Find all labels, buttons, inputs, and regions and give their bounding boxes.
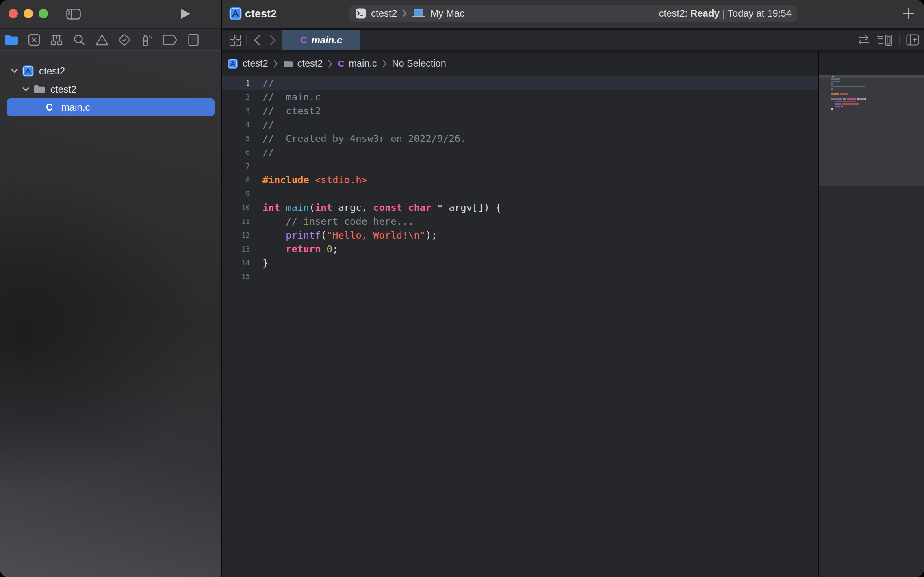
minimap-mark bbox=[831, 83, 833, 85]
code-line-3: 3// ctest2 bbox=[222, 104, 819, 118]
editor-options-icon[interactable] bbox=[876, 34, 893, 46]
jumpbar-chevron-icon bbox=[328, 60, 332, 68]
scheme-terminal-icon bbox=[356, 8, 366, 19]
minimap-mark bbox=[841, 106, 843, 107]
code-line-10: 10int main(int argc, const char * argv[]… bbox=[222, 201, 819, 215]
xcode-project-icon bbox=[22, 65, 34, 77]
jumpbar-crumb-group[interactable]: ctest2 bbox=[297, 58, 323, 69]
destination-name[interactable]: My Mac bbox=[430, 8, 464, 19]
minimap[interactable] bbox=[819, 75, 924, 577]
source-control-icon[interactable] bbox=[28, 34, 40, 46]
find-navigator-icon[interactable] bbox=[73, 34, 85, 46]
tabbar-separator-left bbox=[246, 35, 247, 45]
minimap-mark bbox=[842, 103, 859, 105]
scheme-name[interactable]: ctest2 bbox=[371, 8, 397, 19]
related-items-icon[interactable] bbox=[229, 34, 241, 46]
activity-view[interactable]: ctest2 My Mac ctest2: Ready | Today at 1… bbox=[349, 5, 797, 22]
code-line-4: 4// bbox=[222, 118, 819, 132]
minimap-mark bbox=[840, 93, 848, 95]
project-app-icon bbox=[229, 7, 242, 20]
tree-item-label: main.c bbox=[61, 102, 90, 113]
jumpbar-chevron-icon bbox=[382, 60, 387, 68]
jumpbar-app-icon bbox=[228, 59, 238, 69]
symbol-hierarchy-icon[interactable] bbox=[50, 34, 63, 46]
forward-chevron-icon[interactable] bbox=[269, 35, 277, 46]
jumpbar-c-file-icon: C bbox=[338, 59, 344, 69]
library-plus-button[interactable] bbox=[902, 7, 915, 20]
line-number: 7 bbox=[222, 162, 250, 170]
code-line-7: 7 bbox=[222, 159, 819, 173]
minimap-visible-region bbox=[819, 75, 924, 186]
sidebar-header bbox=[0, 0, 221, 28]
minimap-mark bbox=[835, 103, 841, 105]
minimap-mark bbox=[843, 98, 846, 100]
line-number: 11 bbox=[222, 217, 250, 226]
test-navigator-icon[interactable] bbox=[118, 33, 131, 46]
close-window-button[interactable] bbox=[9, 9, 18, 18]
line-number: 4 bbox=[222, 121, 250, 129]
minimize-window-button[interactable] bbox=[24, 9, 33, 18]
jumpbar-folder-icon bbox=[283, 60, 293, 67]
tree-item-ctest2[interactable]: ctest2 bbox=[11, 62, 65, 80]
code-line-1: 1// bbox=[222, 76, 819, 90]
editor-pane: ctest2 ctest2 My Mac ctest2: R bbox=[222, 0, 924, 577]
issue-navigator-icon[interactable] bbox=[95, 34, 109, 46]
c-file-icon: C bbox=[46, 102, 53, 113]
code-text: return 0; bbox=[262, 243, 338, 255]
code-editor[interactable]: 1//2// main.c3// ctest24//5// Created by… bbox=[222, 75, 819, 577]
code-text: // bbox=[262, 119, 274, 130]
line-number: 1 bbox=[222, 79, 250, 87]
code-line-14: 14} bbox=[222, 256, 819, 270]
tab-main-c[interactable]: C main.c bbox=[282, 30, 360, 50]
disclosure-chevron-icon[interactable] bbox=[11, 69, 18, 73]
jumpbar-chevron-icon bbox=[273, 60, 278, 68]
jumpbar-crumb-selection[interactable]: No Selection bbox=[392, 58, 446, 69]
code-text: // ctest2 bbox=[262, 105, 321, 117]
scheme-chevron-icon bbox=[402, 9, 407, 18]
zoom-window-button[interactable] bbox=[39, 9, 48, 18]
status-separator: | bbox=[722, 8, 725, 19]
navigator-sidebar: ctest2ctest2Cmain.c bbox=[0, 0, 221, 577]
line-number: 9 bbox=[222, 190, 250, 198]
toggle-sidebar-icon[interactable] bbox=[66, 9, 81, 20]
back-chevron-icon[interactable] bbox=[253, 35, 261, 46]
disclosure-chevron-icon[interactable] bbox=[22, 87, 29, 91]
line-number: 6 bbox=[222, 148, 250, 156]
minimap-mark bbox=[831, 98, 834, 100]
minimap-current-line-band bbox=[819, 75, 924, 78]
tree-item-ctest2[interactable]: ctest2 bbox=[22, 80, 76, 98]
code-text: int main(int argc, const char * argv[]) … bbox=[262, 202, 501, 213]
minimap-mark bbox=[847, 98, 856, 100]
jumpbar-crumb-file[interactable]: main.c bbox=[349, 58, 377, 69]
tree-item-main.c[interactable]: Cmain.c bbox=[7, 98, 215, 116]
minimap-mark bbox=[832, 76, 834, 77]
code-text: // bbox=[262, 78, 274, 89]
minimap-mark bbox=[831, 93, 839, 95]
line-number: 8 bbox=[222, 176, 250, 184]
line-number: 2 bbox=[222, 93, 250, 101]
status-state: Ready bbox=[690, 8, 720, 19]
tab-bar: C main.c bbox=[222, 30, 924, 50]
tree-item-label: ctest2 bbox=[39, 65, 65, 77]
code-line-15: 15 bbox=[222, 270, 819, 284]
minimap-mark bbox=[834, 98, 839, 100]
code-text: } bbox=[262, 257, 268, 269]
line-number: 13 bbox=[222, 245, 250, 253]
run-button[interactable] bbox=[180, 8, 191, 20]
line-number: 5 bbox=[222, 134, 250, 143]
minimap-mark bbox=[831, 108, 833, 110]
jumpbar-crumb-project[interactable]: ctest2 bbox=[243, 58, 268, 69]
activity-status: ctest2: Ready | Today at 19:54 bbox=[659, 5, 792, 22]
add-editor-icon[interactable] bbox=[906, 34, 919, 46]
debug-navigator-icon[interactable] bbox=[140, 33, 154, 46]
project-navigator-folder-icon[interactable] bbox=[4, 35, 18, 45]
status-project: ctest2: bbox=[659, 8, 688, 19]
minimap-mark bbox=[839, 98, 842, 100]
code-line-5: 5// Created by 4nsw3r on 2022/9/26. bbox=[222, 132, 819, 145]
report-navigator-icon[interactable] bbox=[188, 34, 199, 46]
breakpoint-navigator-icon[interactable] bbox=[163, 35, 177, 45]
line-number: 3 bbox=[222, 107, 250, 115]
swap-editors-icon[interactable] bbox=[857, 35, 870, 45]
line-number: 12 bbox=[222, 231, 250, 239]
minimap-mark bbox=[835, 101, 856, 102]
